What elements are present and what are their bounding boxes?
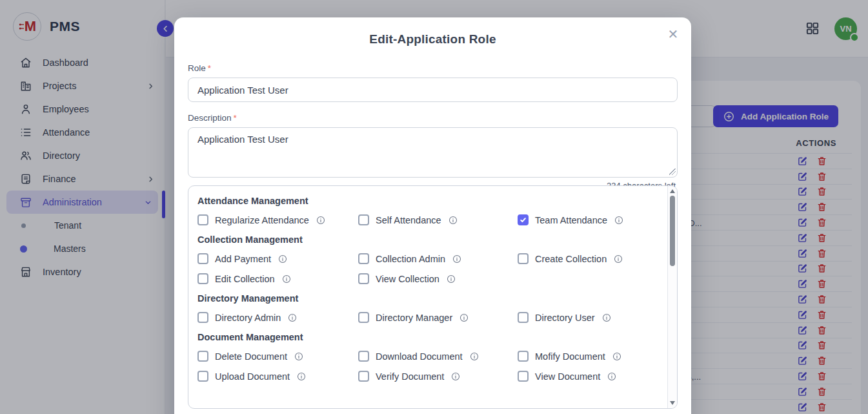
permission-checkbox[interactable] (197, 312, 208, 323)
info-icon[interactable] (297, 372, 306, 381)
info-icon[interactable] (612, 352, 621, 361)
textarea-resize-handle[interactable] (669, 169, 676, 175)
permission-checkbox[interactable] (197, 371, 208, 382)
permission-label: Verify Document (376, 371, 444, 382)
permission-section-title: Document Management (197, 332, 661, 342)
permission-item[interactable]: Self Attendance (358, 214, 518, 225)
permission-item[interactable]: Add Payment (197, 253, 358, 264)
permission-item[interactable]: Directory Admin (197, 312, 358, 323)
description-field-label: Description* (188, 113, 678, 123)
info-icon[interactable] (614, 254, 623, 264)
permissions-panel: Attendance ManagementRegularize Attendan… (188, 185, 678, 409)
info-icon[interactable] (614, 216, 623, 225)
info-icon[interactable] (449, 216, 458, 225)
permission-label: Upload Document (215, 371, 290, 382)
permission-checkbox[interactable] (518, 371, 529, 382)
permission-checkbox[interactable] (358, 351, 369, 362)
info-icon[interactable] (607, 372, 616, 381)
info-icon[interactable] (452, 254, 461, 264)
info-icon[interactable] (288, 313, 297, 322)
permission-grid: Add PaymentCollection AdminCreate Collec… (197, 253, 661, 284)
description-textarea[interactable]: Application Test User (188, 127, 678, 178)
permission-label: Directory User (535, 313, 595, 323)
permission-checkbox[interactable] (518, 312, 529, 323)
scroll-up-arrow-icon[interactable] (670, 189, 675, 193)
permission-label: Delete Document (215, 351, 287, 362)
permission-label: Regularize Attendance (215, 215, 309, 225)
permission-label: Add Payment (215, 254, 271, 264)
permission-checkbox[interactable] (518, 214, 529, 225)
permission-label: Mofify Document (535, 351, 605, 362)
permissions-scrollbar (667, 186, 677, 408)
permission-item[interactable]: View Collection (358, 273, 518, 284)
role-input[interactable] (188, 78, 678, 102)
role-field-label: Role* (188, 63, 678, 73)
info-icon[interactable] (447, 274, 456, 284)
permission-label: Directory Manager (376, 313, 452, 323)
info-icon[interactable] (294, 352, 303, 361)
permission-item[interactable]: Download Document (358, 351, 518, 362)
info-icon[interactable] (451, 372, 460, 381)
permission-checkbox[interactable] (197, 351, 208, 362)
permission-item[interactable]: Directory Manager (358, 312, 518, 323)
permission-grid: Delete DocumentDownload DocumentMofify D… (197, 351, 661, 382)
permission-item[interactable]: Regularize Attendance (197, 214, 358, 225)
permission-checkbox[interactable] (358, 214, 369, 225)
permission-checkbox[interactable] (197, 253, 208, 264)
permission-label: Collection Admin (376, 254, 445, 264)
permission-item[interactable]: Edit Collection (197, 273, 358, 284)
required-asterisk: * (234, 113, 237, 123)
permission-checkbox[interactable] (197, 214, 208, 225)
scrollbar-thumb[interactable] (670, 196, 675, 266)
permission-checkbox[interactable] (358, 371, 369, 382)
permission-checkbox[interactable] (518, 351, 529, 362)
permission-item[interactable]: Directory User (518, 312, 661, 323)
permission-section-title: Collection Management (197, 234, 661, 245)
permission-label: Download Document (376, 351, 463, 362)
close-icon[interactable]: ✕ (663, 24, 683, 45)
info-icon[interactable] (602, 313, 611, 322)
required-asterisk: * (208, 63, 211, 73)
info-icon[interactable] (282, 274, 291, 284)
permission-label: View Collection (376, 274, 439, 284)
permission-item[interactable]: Verify Document (358, 371, 518, 382)
scroll-down-arrow-icon[interactable] (670, 401, 675, 405)
permissions-list: Attendance ManagementRegularize Attendan… (188, 186, 667, 408)
permission-section-title: Attendance Management (197, 196, 661, 206)
permission-item[interactable]: View Document (518, 371, 661, 382)
edit-application-role-modal: ✕ Edit-Application Role Role* Descriptio… (174, 17, 691, 414)
permission-checkbox[interactable] (358, 253, 369, 264)
permission-checkbox[interactable] (518, 253, 529, 264)
permission-label: Team Attendance (535, 215, 607, 225)
permission-checkbox[interactable] (358, 273, 369, 284)
info-icon[interactable] (278, 254, 287, 264)
permission-item[interactable]: Mofify Document (518, 351, 661, 362)
permission-label: Create Collection (535, 254, 607, 264)
permission-label: View Document (535, 371, 600, 382)
permission-item[interactable]: Team Attendance (518, 214, 661, 225)
permission-item[interactable]: Collection Admin (358, 253, 518, 264)
permission-checkbox[interactable] (358, 312, 369, 323)
permission-item[interactable]: Delete Document (197, 351, 358, 362)
permission-label: Self Attendance (376, 215, 441, 225)
permission-section-title: Directory Management (197, 293, 661, 304)
permission-grid: Regularize AttendanceSelf AttendanceTeam… (197, 214, 661, 225)
modal-title: Edit-Application Role (174, 17, 691, 47)
permission-checkbox[interactable] (197, 273, 208, 284)
info-icon[interactable] (470, 352, 479, 361)
app-root: M PMS Dashboard Projects Employees Atten… (0, 0, 868, 414)
permission-item[interactable]: Create Collection (518, 253, 661, 264)
info-icon[interactable] (316, 216, 325, 225)
permission-grid: Directory AdminDirectory ManagerDirector… (197, 312, 661, 323)
permission-label: Directory Admin (215, 313, 281, 323)
info-icon[interactable] (459, 313, 469, 322)
permission-item[interactable]: Upload Document (197, 371, 358, 382)
permission-label: Edit Collection (215, 274, 275, 284)
